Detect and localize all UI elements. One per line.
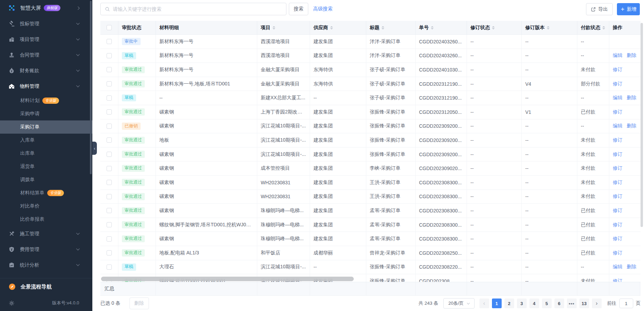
sidebar-item-statistics[interactable]: 统计分析 (0, 257, 92, 273)
goto-page-input[interactable] (619, 299, 633, 308)
row-checkbox[interactable] (107, 109, 112, 115)
sidebar-item-outbound-order[interactable]: 出库单 (0, 147, 92, 160)
sidebar-scrollbar[interactable] (90, 1, 92, 174)
row-checkbox[interactable] (107, 81, 112, 86)
page-button[interactable]: 6 (554, 299, 564, 308)
sidebar-item-inbound-order[interactable]: 入库单 (0, 134, 92, 147)
sidebar-item-material-settlement[interactable]: 材料结算单专业版 (0, 186, 92, 200)
sidebar-item-material[interactable]: 物料管理 (0, 78, 92, 94)
page-size-select[interactable]: 20条/页 (443, 298, 475, 309)
row-checkbox[interactable] (107, 180, 112, 185)
row-checkbox[interactable] (107, 250, 112, 255)
sidebar-item-project[interactable]: 项目管理 (0, 32, 92, 47)
delete-button[interactable]: 删除 (129, 297, 149, 309)
edit-link[interactable]: 编辑 (613, 95, 622, 101)
search-input[interactable] (113, 6, 282, 12)
sort-icon[interactable] (431, 25, 434, 31)
edit-link[interactable]: 编辑 (613, 52, 622, 59)
column-header[interactable]: 付款状态 (577, 21, 609, 34)
page-button[interactable]: 1 (492, 299, 502, 308)
column-header[interactable]: 项目 (257, 21, 310, 34)
revise-link[interactable]: 修订 (613, 165, 622, 171)
row-checkbox[interactable] (107, 194, 112, 199)
page-button[interactable]: 5 (542, 299, 552, 308)
column-header[interactable]: 供应商 (310, 21, 366, 34)
edit-link[interactable]: 编辑 (613, 123, 622, 129)
page-button[interactable]: 3 (517, 299, 527, 308)
row-checkbox[interactable] (107, 67, 112, 72)
next-page-button[interactable]: › (592, 299, 602, 308)
sidebar-item-expense[interactable]: 费用管理 (0, 242, 92, 257)
delete-link[interactable]: 删除 (627, 52, 636, 59)
sidebar-item-construction[interactable]: 施工管理 (0, 226, 92, 242)
row-checkbox[interactable] (107, 95, 112, 101)
sort-icon[interactable] (492, 25, 495, 31)
sidebar-item-material-plan[interactable]: 材料计划专业版 (0, 94, 92, 107)
column-header[interactable]: 标题 (366, 21, 416, 34)
sidebar-item-bidding[interactable]: 投标管理 (0, 16, 92, 32)
page-button[interactable]: 4 (529, 299, 539, 308)
sidebar-item-unit-price-compare[interactable]: 对比单价 (0, 200, 92, 213)
sidebar-item-transfer-order[interactable]: 调拨单 (0, 173, 92, 186)
search-box[interactable] (100, 3, 286, 15)
sidebar-item-purchase-order[interactable]: 采购订单 (0, 120, 92, 134)
revise-link[interactable]: 修订 (613, 236, 622, 242)
revise-link[interactable]: 修订 (613, 179, 622, 186)
row-checkbox[interactable] (107, 124, 112, 129)
sidebar-item-return-order[interactable]: 退货单 (0, 160, 92, 173)
revise-link[interactable]: 修订 (613, 278, 622, 282)
row-checkbox[interactable] (107, 39, 112, 44)
revise-link[interactable]: 修订 (613, 208, 622, 214)
row-checkbox[interactable] (107, 137, 112, 143)
sort-icon[interactable] (602, 25, 605, 31)
status-badge: 审批通过 (122, 179, 145, 186)
export-button[interactable]: 导出 (586, 3, 613, 15)
revise-link[interactable]: 修订 (613, 151, 622, 158)
row-checkbox[interactable] (107, 152, 112, 157)
edit-link[interactable]: 编辑 (613, 264, 622, 270)
page-button[interactable]: 13 (579, 299, 589, 308)
revise-link[interactable]: 修订 (613, 137, 622, 143)
material-cell: 螺纹钢,脚手架钢管,塔吊TD001,挖机WJ001... (156, 218, 257, 232)
sidebar-item-contract[interactable]: 合同管理 (0, 47, 92, 63)
sort-icon[interactable] (330, 25, 333, 31)
sort-icon[interactable] (547, 25, 550, 31)
row-checkbox[interactable] (107, 166, 112, 171)
column-header[interactable]: 修订状态 (467, 21, 522, 34)
sidebar-item-price-compare-report[interactable]: 比价单报表 (0, 213, 92, 226)
column-header[interactable]: 修订版本 (522, 21, 577, 34)
sidebar-collapse-handle[interactable]: ‹ (92, 142, 97, 155)
row-checkbox[interactable] (107, 53, 112, 58)
delete-link[interactable]: 删除 (627, 123, 636, 129)
delete-link[interactable]: 删除 (627, 95, 636, 101)
sort-icon[interactable] (273, 25, 275, 31)
sidebar-brand[interactable]: 智慧大屏 旗舰版 (0, 0, 92, 16)
search-button[interactable]: 搜索 (289, 3, 308, 15)
sidebar-item-purchase-request[interactable]: 采购申请 (0, 107, 92, 120)
prev-page-button[interactable]: ‹ (479, 299, 489, 308)
add-button[interactable]: 新增 (617, 3, 640, 15)
advanced-search-link[interactable]: 高级搜索 (313, 6, 333, 12)
sidebar-item-panorama-nav[interactable]: 全景流程导航 (0, 278, 92, 295)
sidebar-item-finance[interactable]: 财务账款 (0, 63, 92, 78)
row-checkbox[interactable] (107, 236, 112, 242)
page-ellipsis[interactable]: ••• (567, 299, 577, 308)
sidebar-item-label: 入库单 (20, 137, 35, 143)
revise-link[interactable]: 修订 (613, 67, 622, 73)
delete-link[interactable]: 删除 (627, 264, 636, 270)
row-checkbox[interactable] (107, 264, 112, 270)
page-button[interactable]: 2 (504, 299, 514, 308)
vertical-scrollbar[interactable] (641, 23, 643, 227)
revise-link[interactable]: 修订 (613, 222, 622, 228)
horizontal-scrollbar[interactable] (101, 277, 354, 281)
column-header[interactable]: 单号 (416, 21, 467, 34)
row-checkbox[interactable] (107, 208, 112, 213)
row-checkbox[interactable] (107, 222, 112, 227)
revise-link[interactable]: 修订 (613, 193, 622, 200)
revise-link[interactable]: 修订 (613, 109, 622, 115)
revise-link[interactable]: 修订 (613, 81, 622, 87)
revise-link[interactable]: 修订 (613, 250, 622, 256)
sort-icon[interactable] (382, 25, 384, 31)
gear-icon[interactable] (9, 300, 15, 306)
select-all-checkbox[interactable] (107, 25, 112, 30)
